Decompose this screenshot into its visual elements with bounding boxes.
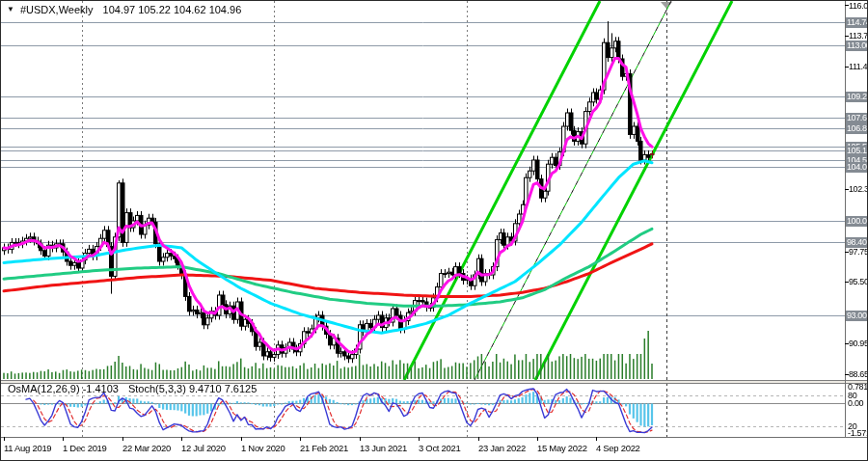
price-tick-label: 90.95 (849, 339, 868, 348)
ohlc-values: 104.97 105.22 104.62 104.96 (103, 4, 242, 15)
symbol-dropdown-icon[interactable]: ▼ (7, 4, 14, 14)
price-level-badge: 107.65 (846, 113, 868, 123)
time-axis-label: 11 Aug 2019 (4, 443, 51, 453)
time-axis-label: 15 May 2022 (537, 443, 587, 453)
price-tick-label: 116.00 (849, 1, 868, 11)
price-level-badge: 109.25 (846, 92, 868, 102)
price-tick-label: 113.70 (849, 31, 868, 41)
price-level-badge: 114.74 (846, 17, 868, 28)
price-tick-label: 88.65 (849, 369, 868, 379)
chart-title-bar: ▼ #USDX,Weekly 104.97 105.22 104.62 104.… (7, 3, 241, 15)
indicator-axis-label: 0.00 (848, 398, 863, 408)
pane-resize-handle[interactable] (1, 379, 868, 385)
price-level-badge: 100.00 (846, 216, 868, 227)
price-tick-label: 102.35 (849, 184, 868, 194)
price-tick-label: 95.50 (849, 277, 868, 286)
time-axis-label: 3 Oct 2021 (419, 443, 460, 453)
time-axis-label: 21 Feb 2021 (300, 443, 348, 453)
price-level-badge: 98.40 (846, 237, 868, 248)
price-tick-label: 97.75 (849, 247, 868, 257)
price-level-badge: 106.85 (846, 123, 868, 134)
price-level-badge: 104.00 (846, 162, 868, 173)
indicator-axis-label: -1.5716 (848, 428, 868, 438)
time-axis-label: 12 Jul 2020 (181, 443, 226, 453)
time-axis-label: 23 Jan 2022 (478, 443, 526, 453)
time-axis-label: 1 Dec 2019 (63, 443, 107, 453)
price-level-badge: 93.00 (846, 311, 868, 321)
time-axis-label: 4 Sep 2022 (596, 443, 640, 453)
price-tick-label: 111.45 (849, 62, 868, 71)
symbol-title: #USDX,Weekly (20, 4, 94, 15)
time-axis-label: 1 Nov 2020 (241, 443, 285, 453)
price-level-badge: 113.00 (846, 41, 868, 51)
time-axis-label: 13 Jun 2021 (360, 443, 407, 453)
chart-window: ▼ #USDX,Weekly 104.97 105.22 104.62 104.… (0, 0, 868, 461)
time-axis-label: 22 Mar 2020 (122, 443, 171, 453)
